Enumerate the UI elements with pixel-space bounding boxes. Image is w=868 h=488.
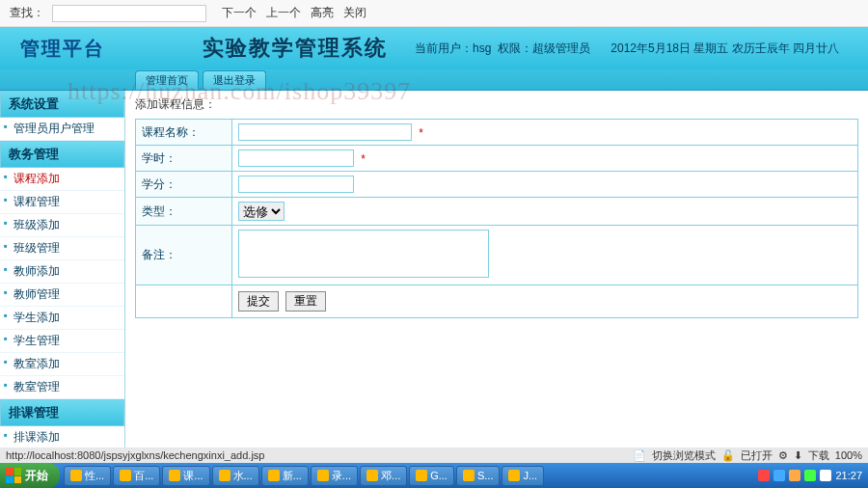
taskbar-item[interactable]: J... [502, 466, 544, 486]
nav-item[interactable]: 学生管理 [0, 330, 124, 353]
app-icon [317, 470, 329, 481]
submit-button[interactable]: 提交 [238, 291, 279, 312]
nav-item[interactable]: 排课添加 [0, 426, 124, 449]
find-label: 查找： [10, 5, 44, 21]
find-bar: 查找： 下一个 上一个 高亮 关闭 [0, 0, 868, 27]
status-mode[interactable]: 切换浏览模式 [652, 448, 716, 463]
hours-label: 学时： [136, 146, 232, 172]
course-name-input[interactable] [238, 123, 412, 141]
app-icon [416, 470, 427, 481]
nav-item[interactable]: 教室添加 [0, 353, 124, 376]
remark-label: 备注： [136, 226, 232, 285]
find-next[interactable]: 下一个 [222, 5, 257, 21]
status-open: 已打开 [741, 448, 773, 463]
nav-item[interactable]: 教室管理 [0, 376, 124, 399]
browser-statusbar: http://localhost:8080/jspsyjxglxns/keche… [0, 447, 868, 463]
course-form: 课程名称： * 学时： * 学分： 类型： 选修 备注： [135, 119, 858, 318]
app-icon [268, 470, 280, 481]
find-input[interactable] [52, 5, 206, 22]
hours-input[interactable] [238, 149, 354, 167]
status-url: http://localhost:8080/jspsyjxglxns/keche… [6, 449, 264, 461]
nav-item[interactable]: 教师添加 [0, 260, 124, 284]
tab-logout[interactable]: 退出登录 [203, 70, 266, 90]
tray-icon[interactable] [758, 470, 770, 481]
tray-icon[interactable] [820, 470, 831, 481]
app-icon [366, 470, 378, 481]
status-download[interactable]: 下载 [808, 448, 829, 463]
app-icon [219, 470, 231, 481]
find-prev[interactable]: 上一个 [266, 5, 301, 21]
remark-textarea[interactable] [238, 230, 489, 278]
app-icon [120, 470, 131, 481]
find-actions: 下一个 上一个 高亮 关闭 [222, 5, 366, 21]
windows-taskbar: 开始 性...百...课...水...新...录...邓...G...S...J… [0, 463, 868, 488]
tab-row: 管理首页 退出登录 [0, 69, 868, 91]
find-highlight[interactable]: 高亮 [311, 5, 334, 21]
gear-icon[interactable]: ⚙ [778, 449, 788, 462]
zoom-level[interactable]: 100% [835, 449, 862, 461]
course-name-label: 课程名称： [136, 120, 232, 146]
system-tray: 21:27 [752, 470, 868, 481]
breadcrumb: 添加课程信息： [135, 96, 858, 113]
nav-group-header[interactable]: 系统设置 [0, 91, 124, 118]
app-icon [70, 470, 82, 481]
start-button[interactable]: 开始 [0, 463, 60, 488]
nav-item[interactable]: 学生添加 [0, 307, 124, 330]
taskbar-tasks: 性...百...课...水...新...录...邓...G...S...J... [64, 466, 752, 486]
reset-button[interactable]: 重置 [285, 291, 326, 312]
sidebar: 系统设置管理员用户管理教务管理课程添加课程管理班级添加班级管理教师添加教师管理学… [0, 91, 125, 471]
nav-item[interactable]: 课程管理 [0, 191, 124, 214]
date-info: 2012年5月18日 星期五 农历壬辰年 四月廿八 [610, 41, 839, 57]
tray-icon[interactable] [789, 470, 800, 481]
required-mark: * [419, 126, 423, 140]
content-area: 添加课程信息： 课程名称： * 学时： * 学分： 类型： 选修 备注： [125, 91, 868, 471]
taskbar-item[interactable]: 水... [212, 466, 259, 486]
nav-item[interactable]: 教师管理 [0, 284, 124, 307]
tab-home[interactable]: 管理首页 [135, 70, 199, 90]
site-title: 实验教学管理系统 [203, 34, 388, 63]
type-select[interactable]: 选修 [238, 202, 285, 221]
required-mark: * [361, 152, 366, 166]
main-area: 系统设置管理员用户管理教务管理课程添加课程管理班级添加班级管理教师添加教师管理学… [0, 91, 868, 471]
taskbar-item[interactable]: 邓... [360, 466, 407, 486]
tray-icon[interactable] [773, 470, 785, 481]
nav-group-header[interactable]: 教务管理 [0, 141, 124, 168]
app-icon [169, 470, 180, 481]
header-banner: 管理平台 实验教学管理系统 当前用户：hsg 权限：超级管理员 2012年5月1… [0, 27, 868, 69]
credits-label: 学分： [136, 172, 232, 198]
taskbar-item[interactable]: S... [456, 466, 501, 486]
windows-logo-icon [6, 468, 21, 483]
user-info: 当前用户：hsg 权限：超级管理员 [415, 41, 590, 57]
taskbar-item[interactable]: 新... [261, 466, 309, 486]
clock[interactable]: 21:27 [835, 470, 862, 481]
nav-item[interactable]: 课程添加 [0, 168, 124, 191]
site-logo: 管理平台 [0, 36, 125, 62]
taskbar-item[interactable]: G... [409, 466, 454, 486]
nav-item[interactable]: 班级管理 [0, 237, 124, 260]
nav-group-header[interactable]: 排课管理 [0, 399, 124, 426]
tray-icon[interactable] [804, 470, 816, 481]
taskbar-item[interactable]: 性... [64, 466, 111, 486]
nav-item[interactable]: 管理员用户管理 [0, 118, 124, 141]
find-close[interactable]: 关闭 [343, 5, 366, 21]
app-icon [463, 470, 475, 481]
app-icon [508, 470, 520, 481]
taskbar-item[interactable]: 录... [311, 466, 358, 486]
taskbar-item[interactable]: 百... [113, 466, 160, 486]
taskbar-item[interactable]: 课... [162, 466, 209, 486]
nav-item[interactable]: 班级添加 [0, 214, 124, 237]
type-label: 类型： [136, 198, 232, 226]
credits-input[interactable] [238, 176, 354, 193]
